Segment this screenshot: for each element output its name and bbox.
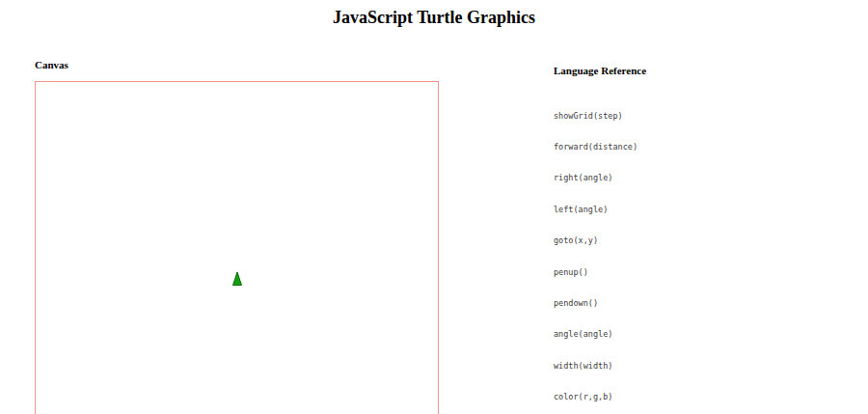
function-item: showGrid(step) — [554, 111, 669, 122]
function-item: pendown() — [554, 298, 669, 309]
language-reference-heading: Language Reference — [554, 65, 669, 76]
turtle-triangle — [233, 272, 242, 286]
function-list: showGrid(step) forward(distance) right(a… — [554, 90, 669, 414]
page-title: JavaScript Turtle Graphics — [0, 0, 868, 28]
turtle-canvas — [35, 81, 439, 414]
function-item: width(width) — [554, 361, 669, 372]
sidebar: Language Reference showGrid(step) forwar… — [554, 65, 669, 414]
canvas-section: Canvas — [35, 59, 439, 414]
function-item: goto(x,y) — [554, 235, 669, 246]
function-item: left(angle) — [554, 205, 669, 215]
function-item: forward(distance) — [554, 142, 669, 152]
function-item: penup() — [554, 267, 669, 278]
function-item: right(angle) — [554, 173, 669, 183]
canvas-heading: Canvas — [35, 59, 439, 70]
function-item: angle(angle) — [554, 329, 669, 340]
function-item: color(r,g,b) — [554, 392, 669, 402]
turtle-icon — [232, 272, 242, 286]
